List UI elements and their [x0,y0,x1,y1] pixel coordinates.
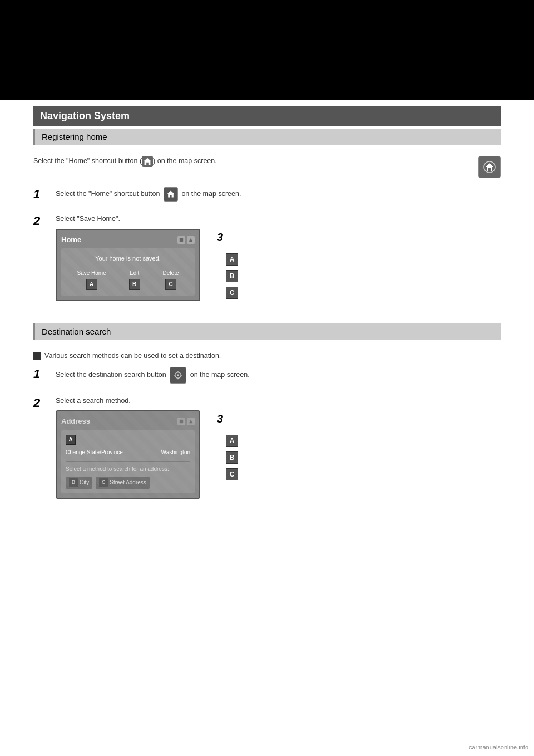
home-screen-mockup: Home [56,229,200,301]
destination-button-icon [170,367,186,384]
screen-home-buttons: Save Home A Edit B Delete [66,269,190,290]
screen-home-message: Your home is not saved. [66,254,190,263]
screen-icon-1 [177,236,185,244]
dest-step-2-row: 2 Select a search method. Address [33,396,501,499]
svg-rect-4 [180,238,183,241]
dest-label-a: A [226,435,238,447]
dest-black-square-icon [33,352,41,360]
svg-marker-0 [144,158,151,165]
dest-step-2-layout: Address [56,410,501,499]
screen-body: Your home is not saved. Save Home A Edit… [61,248,195,296]
svg-marker-3 [167,191,175,198]
badge-c: C [165,279,176,290]
address-screen-mockup: Address [56,410,200,499]
address-badge-a: A [66,435,76,445]
label-c: C [226,287,238,299]
dest-intro-text: Various search methods can be used to se… [44,351,221,361]
address-badge-a-row: A [66,435,190,445]
watermark: carmanualsonline.info [469,744,528,750]
label-b: B [226,270,238,282]
change-state-label: Change State/Province [66,448,123,456]
state-value: Washington [161,448,190,456]
edit-btn-group: Edit B [129,269,140,290]
screen-icon-2 [187,236,195,244]
destination-search-subheader: Destination search [33,323,501,340]
dest-step-3-section: 3 A B C [217,410,239,480]
dest-step-1-content: Select the destination search button [56,367,501,386]
step-2-number: 2 [33,214,50,228]
screen-icons-right [177,236,195,244]
registering-home-steps: 1 Select the "Home" shortcut button on t… [33,187,501,301]
svg-marker-2 [486,163,493,171]
dest-label-c: C [226,468,238,480]
save-home-label: Save Home [77,269,106,277]
screen-titlebar: Home [61,234,195,246]
registering-home-subheader: Registering home [33,129,501,145]
step-3-section: 3 A B C [217,229,239,299]
dest-step-2-content: Select a search method. Address [56,396,501,499]
badge-a: A [86,279,97,290]
step-1-number: 1 [33,187,50,202]
dest-step-1-number: 1 [33,367,50,381]
change-state-row: Change State/Province Washington [66,448,190,456]
address-screen-body: A Change State/Province Washington Selec… [61,430,195,493]
step-2-content: Select "Save Home". Home [56,214,501,301]
section-header: Navigation System [33,106,501,126]
step-1-content: Select the "Home" shortcut button on the… [56,187,501,204]
screen-title: Home [61,234,81,246]
step-2-layout: Home [56,229,501,301]
delete-btn-group: Delete C [163,269,179,290]
label-a: A [226,253,238,266]
svg-point-7 [177,374,179,376]
abc-labels: A B C [226,253,239,299]
step-3-number: 3 [217,229,234,246]
destination-steps: 1 Select the destination search button [33,367,501,499]
edit-label: Edit [130,269,139,277]
dest-indicator-row: Various search methods can be used to se… [33,351,501,361]
dest-step-2-number: 2 [33,396,50,410]
dest-step-1-row: 1 Select the destination search button [33,367,501,386]
home-button-icon [164,187,178,202]
delete-label: Delete [163,269,179,277]
dest-step-3-number: 3 [217,410,234,427]
svg-marker-5 [189,238,192,241]
registering-home-intro: Select the "Home" shortcut button ( ) on… [33,156,217,167]
step-3-row: 3 [217,229,239,246]
step-2-row: 2 Select "Save Home". Home [33,214,501,301]
badge-b: B [129,279,140,290]
dest-abc-labels: A B C [226,435,239,480]
dest-label-b: B [226,451,238,464]
map-home-shortcut-icon [478,156,501,178]
save-home-btn-group: Save Home A [77,269,106,290]
dest-step-3-row: 3 [217,410,239,427]
step-1-row: 1 Select the "Home" shortcut button on t… [33,187,501,204]
